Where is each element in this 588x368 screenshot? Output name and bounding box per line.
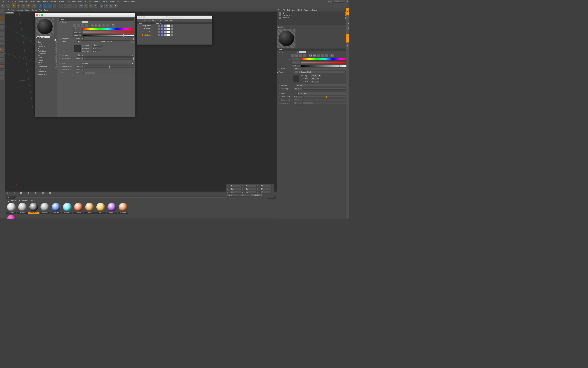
matmenu-create[interactable]: Create: [11, 200, 16, 202]
brightness-slider[interactable]: [303, 68, 349, 70]
eyedropper-icon[interactable]: ✎: [112, 24, 115, 27]
menu-window[interactable]: Window: [123, 0, 130, 3]
channel-fog[interactable]: Fog. . . .: [36, 54, 57, 57]
apply-button[interactable]: Apply: [251, 194, 263, 197]
menu-plugins[interactable]: Plugins: [109, 0, 116, 3]
axis-mode[interactable]: L: [0, 48, 4, 52]
hue-slider[interactable]: [301, 58, 349, 61]
coord-world-dropdown[interactable]: World: [227, 194, 238, 197]
menu-motion-tracker[interactable]: Motion Tracker: [71, 0, 84, 3]
sat-field[interactable]: 0 %▴▾: [292, 61, 300, 64]
falloff-slider[interactable]: [303, 96, 349, 98]
z-lock[interactable]: Z: [48, 4, 52, 8]
asset-row[interactable]: Hammered: [137, 30, 212, 33]
channel-alpha[interactable]: Alpha. . . .: [36, 61, 57, 64]
scale-tool[interactable]: ◫: [21, 4, 26, 8]
add-generator[interactable]: ⚙: [89, 4, 93, 8]
search-icon[interactable]: 🔍: [346, 0, 348, 2]
matmenu-edit[interactable]: Edit: [18, 200, 20, 202]
kelvin-button[interactable]: K: [317, 54, 320, 57]
kelvin-button[interactable]: K: [98, 24, 102, 27]
channel-glow[interactable]: Glow. . . .: [36, 63, 57, 66]
color-mode-icon[interactable]: [73, 24, 76, 27]
snap-mode[interactable]: S: [0, 58, 4, 62]
menu-sculpt[interactable]: Sculpt: [65, 0, 71, 3]
object-row[interactable]: ▸Light✓: [277, 11, 349, 14]
arrow-left-icon[interactable]: ◀: [53, 39, 54, 41]
sat-slider[interactable]: [301, 61, 349, 64]
material-swatch[interactable]: HexgonS: [40, 203, 50, 213]
select-tool[interactable]: ↖: [12, 4, 16, 8]
close-icon[interactable]: [36, 14, 38, 16]
swatches-icon[interactable]: [106, 24, 109, 27]
mixmode-dropdown[interactable]: Normal▾: [296, 84, 349, 87]
texture-shader-button[interactable]: Substance Shader: [81, 40, 130, 43]
rgb-button[interactable]: RGB: [90, 24, 94, 27]
sat-slider[interactable]: [82, 31, 134, 33]
polygons-mode[interactable]: [0, 41, 4, 46]
close-icon[interactable]: [138, 16, 140, 18]
hue-field[interactable]: 0 °▴▾: [292, 58, 300, 61]
window-titlebar[interactable]: Material Editor: [35, 13, 135, 17]
channel-displacement[interactable]: Displacement. . . .: [36, 66, 57, 68]
objmenu-tags[interactable]: Tags: [304, 9, 308, 11]
menu-simulate[interactable]: Simulate: [49, 0, 58, 3]
add-spline[interactable]: 〰: [84, 4, 88, 8]
add-floor[interactable]: ▦: [104, 4, 108, 8]
coord-system[interactable]: ⬚: [53, 4, 57, 8]
menu-pipeline[interactable]: Pipeline: [101, 0, 109, 3]
edges-mode[interactable]: [0, 37, 4, 41]
mixer-icon[interactable]: [321, 54, 324, 57]
menu-file[interactable]: File: [1, 0, 6, 3]
channel-environment[interactable]: Environment. . . .: [36, 52, 57, 55]
tweak-mode[interactable]: [0, 53, 4, 57]
hue-field[interactable]: 0 °▴▾: [73, 28, 82, 30]
material-swatch[interactable]: WetCement: [28, 203, 39, 213]
blurscale-field[interactable]: 0 %▴▾: [93, 50, 101, 53]
eyedropper-icon[interactable]: ✎: [330, 54, 334, 57]
picture-icon[interactable]: [84, 24, 88, 27]
viewmenu-filter[interactable]: Filter: [39, 9, 42, 11]
mixstrength-slider[interactable]: [303, 88, 349, 90]
tab-content-browser[interactable]: Content Browser: [346, 21, 349, 34]
material-swatch[interactable]: Hammer: [18, 203, 28, 213]
points-mode[interactable]: [0, 32, 4, 36]
wheel-icon[interactable]: [77, 24, 80, 27]
channel-normal[interactable]: Normal. . . .: [36, 59, 57, 61]
hsv-button[interactable]: HSV: [313, 54, 316, 57]
viewmenu-panel[interactable]: Panel: [44, 9, 48, 11]
bluroffset-field[interactable]: 0 %▴▾: [311, 77, 320, 80]
move-tool[interactable]: ✥: [17, 4, 21, 8]
menu-mesh[interactable]: Mesh: [30, 0, 35, 3]
tab-objects[interactable]: Objects: [346, 9, 349, 16]
menu-script[interactable]: Script: [116, 0, 123, 3]
color-swatch[interactable]: [81, 21, 88, 23]
menu-mograph[interactable]: MoGraph: [84, 0, 92, 3]
rotate-tool[interactable]: ⟳: [26, 4, 30, 8]
brightness-field[interactable]: 100 %▴▾: [75, 37, 84, 40]
objmenu-bookmarks[interactable]: Bookmarks: [309, 9, 317, 11]
val-field[interactable]: 80 %▴▾: [73, 34, 82, 37]
val-field[interactable]: 80 %▴▾: [292, 64, 300, 67]
spectrum-icon[interactable]: [81, 24, 84, 27]
wheel-icon[interactable]: [295, 54, 298, 57]
viewport-lock[interactable]: [0, 76, 4, 80]
channel-editor[interactable]: Editor. . . .: [36, 68, 57, 71]
tab-takes[interactable]: Takes: [346, 16, 349, 22]
asset-row[interactable]: BrushedMetal: [137, 33, 212, 37]
hue-slider[interactable]: [82, 28, 134, 30]
add-deformer[interactable]: ✦: [93, 4, 98, 8]
matmenu-function[interactable]: Function: [22, 200, 28, 202]
channel-color[interactable]: Color. . . .: [36, 41, 57, 43]
viewport-solo[interactable]: [0, 71, 4, 75]
sampling-dropdown[interactable]: None▾: [93, 44, 103, 47]
falloff-slider[interactable]: [85, 65, 134, 67]
sampling-dropdown[interactable]: None▾: [311, 74, 321, 77]
maximize-icon[interactable]: [41, 14, 43, 16]
val-slider[interactable]: [82, 34, 134, 37]
maximize-icon[interactable]: [143, 16, 145, 18]
make-editable[interactable]: [0, 9, 4, 13]
minimize-icon[interactable]: [141, 16, 142, 18]
menu-edit[interactable]: Edit: [6, 0, 11, 3]
channel-reflectance[interactable]: Reflectance. . . .: [36, 50, 57, 52]
